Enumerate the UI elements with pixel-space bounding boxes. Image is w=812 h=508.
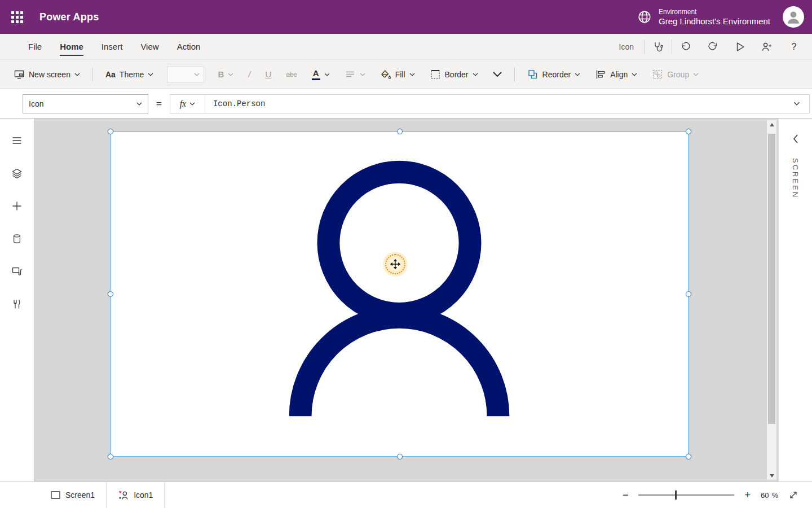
database-icon (12, 233, 22, 244)
menu-insert[interactable]: Insert (92, 34, 132, 59)
selection-handle-top-right[interactable] (686, 129, 691, 134)
help-icon: ? (792, 42, 797, 52)
formula-input-area: fx Icon.Person (170, 94, 810, 113)
theme-icon: Aa (105, 70, 116, 79)
insert-button[interactable] (5, 196, 29, 216)
app-header: Power Apps Environment Greg Lindhorst's … (0, 0, 812, 34)
divider (514, 67, 515, 82)
zoom-out-button[interactable]: − (623, 490, 629, 500)
selection-handle-bottom-left[interactable] (108, 454, 113, 459)
hamburger-menu-button[interactable] (5, 131, 29, 150)
fx-icon: fx (180, 99, 187, 109)
menu-file[interactable]: File (19, 34, 51, 59)
design-canvas[interactable] (34, 119, 778, 481)
chevron-down-icon (575, 73, 580, 76)
theme-button[interactable]: Aa Theme (99, 63, 160, 86)
border-button[interactable]: Border (423, 63, 485, 86)
redo-button[interactable] (699, 34, 726, 59)
chevron-down-icon (228, 73, 233, 76)
text-align-button[interactable] (338, 63, 372, 86)
fill-button[interactable]: Fill (373, 63, 422, 86)
help-button[interactable]: ? (780, 34, 807, 59)
tab-screen1[interactable]: Screen1 (39, 482, 107, 508)
stethoscope-icon (652, 41, 664, 52)
selection-handle-top-middle[interactable] (397, 129, 403, 134)
icon1-thumbnail-icon (118, 490, 129, 501)
property-select-value: Icon (29, 99, 43, 108)
formula-expand-button[interactable] (784, 95, 809, 113)
scroll-down-button[interactable] (767, 471, 776, 480)
reorder-button[interactable]: Reorder (520, 63, 588, 86)
menu-action[interactable]: Action (168, 34, 210, 59)
environment-picker[interactable]: Environment Greg Lindhorst's Environment (637, 8, 770, 26)
data-sources-button[interactable] (5, 229, 29, 248)
hamburger-icon (11, 135, 23, 146)
underline-button[interactable]: U (258, 63, 278, 86)
chevron-down-icon (136, 102, 142, 106)
new-screen-button[interactable]: New screen (7, 63, 87, 86)
chevron-down-icon (148, 73, 153, 76)
chevron-down-icon (194, 73, 200, 76)
undo-icon (680, 41, 691, 52)
more-formatting-button[interactable] (486, 63, 509, 86)
media-button[interactable] (5, 262, 29, 281)
preview-play-button[interactable] (726, 34, 753, 59)
chevron-down-icon (409, 73, 415, 76)
zoom-slider-handle[interactable] (675, 491, 677, 500)
bold-button[interactable]: B (211, 63, 240, 86)
selection-handle-bottom-right[interactable] (686, 454, 691, 459)
fit-to-window-button[interactable] (788, 490, 798, 500)
menu-home[interactable]: Home (51, 34, 92, 59)
chevron-down-icon (189, 102, 195, 106)
menu-bar-right: Icon (609, 34, 812, 59)
undo-button[interactable] (672, 34, 699, 59)
align-button[interactable]: Align (588, 63, 644, 86)
ribbon-toolbar: New screen Aa Theme B / U abc A (0, 60, 812, 89)
add-person-icon (761, 41, 773, 52)
advanced-tools-button[interactable] (5, 295, 29, 314)
status-bar: Screen1 Icon1 − + 60 % (0, 481, 812, 508)
tree-view-button[interactable] (5, 164, 29, 183)
screen1-artboard[interactable] (111, 132, 689, 457)
zoom-slider[interactable] (638, 494, 734, 496)
canvas-vertical-scrollbar[interactable] (767, 120, 776, 480)
zoom-in-button[interactable]: + (744, 490, 751, 500)
selection-handle-top-left[interactable] (108, 129, 113, 134)
scroll-up-button[interactable] (767, 120, 776, 129)
expand-panel-button[interactable] (793, 134, 798, 146)
globe-icon (637, 10, 652, 24)
app-checker-button[interactable] (645, 34, 672, 59)
chevron-down-icon (324, 73, 330, 76)
share-button[interactable] (753, 34, 780, 59)
scrollbar-thumb[interactable] (768, 134, 775, 424)
chevron-down-icon (793, 102, 800, 106)
group-button[interactable]: Group (645, 63, 705, 86)
play-icon (734, 41, 745, 52)
italic-button[interactable]: / (241, 63, 257, 86)
selection-handle-middle-left[interactable] (108, 291, 113, 297)
zoom-controls: − + 60 % (623, 490, 812, 500)
font-color-icon: A (312, 69, 320, 80)
menu-view[interactable]: View (131, 34, 167, 59)
avatar[interactable] (783, 6, 804, 28)
selection-handle-bottom-middle[interactable] (397, 454, 403, 459)
font-color-button[interactable]: A (305, 63, 337, 86)
tab-icon1[interactable]: Icon1 (107, 482, 165, 508)
reorder-icon (527, 69, 539, 80)
font-family-select[interactable] (167, 66, 204, 83)
redo-icon (707, 41, 718, 52)
group-icon (652, 69, 663, 80)
property-select[interactable]: Icon (23, 94, 148, 113)
scrollbar-track[interactable] (767, 129, 776, 471)
waffle-menu-button[interactable] (0, 0, 34, 34)
triangle-up-icon (770, 123, 774, 126)
strikethrough-button[interactable]: abc (279, 63, 303, 86)
waffle-icon (11, 11, 23, 23)
person-icon[interactable] (111, 132, 688, 456)
environment-text: Environment Greg Lindhorst's Environment (659, 8, 770, 26)
formula-input[interactable]: Icon.Person (205, 99, 784, 108)
fx-dropdown[interactable]: fx (170, 95, 205, 113)
environment-label: Environment (659, 8, 770, 16)
menu-bar: File Home Insert View Action Icon (0, 34, 812, 60)
selection-handle-middle-right[interactable] (686, 291, 691, 297)
